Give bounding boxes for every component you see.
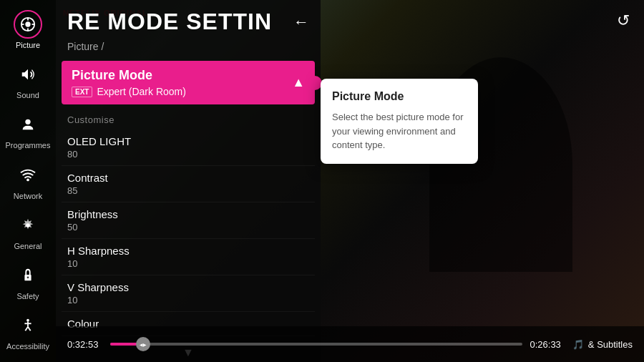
sidebar-item-safety-label: Safety [16, 292, 39, 301]
breadcrumb: Picture / [56, 39, 321, 58]
setting-value: 80 [67, 149, 309, 160]
settings-header: RE MODE SETTIN ← [56, 0, 321, 39]
setting-name: H Sharpness [67, 245, 309, 257]
end-time: 0:26:33 [530, 339, 560, 350]
picture-mode-sub-text: Expert (Dark Room) [97, 86, 185, 97]
customise-label: Customise [56, 107, 321, 129]
setting-contrast[interactable]: Contrast 85 [62, 166, 315, 202]
programmes-icon [14, 110, 42, 139]
setting-name: OLED LIGHT [67, 135, 309, 147]
setting-name: Brightness [67, 208, 309, 220]
svg-point-8 [26, 178, 29, 181]
picture-mode-content: Picture Mode EXT Expert (Dark Room) [72, 68, 186, 97]
sidebar-item-network[interactable]: Network [2, 157, 54, 205]
settings-list: OLED LIGHT 80 Contrast 85 Brightness 50 … [56, 129, 321, 343]
sidebar-item-general[interactable]: General [2, 207, 54, 255]
svg-marker-6 [22, 69, 28, 80]
sidebar-item-safety[interactable]: Safety [2, 257, 54, 305]
setting-oled-light[interactable]: OLED LIGHT 80 [62, 129, 315, 166]
top-right-back-button[interactable]: ↺ [617, 11, 630, 30]
setting-value: 85 [67, 185, 309, 196]
sidebar-item-programmes[interactable]: Programmes [2, 106, 54, 155]
safety-icon [14, 261, 42, 290]
progress-thumb[interactable] [136, 337, 150, 351]
picture-mode-sub: EXT Expert (Dark Room) [72, 86, 186, 97]
sidebar-item-accessibility[interactable]: Accessibility [2, 307, 54, 356]
setting-brightness[interactable]: Brightness 50 [62, 202, 315, 239]
sidebar-item-accessibility-label: Accessibility [6, 342, 49, 351]
back-button[interactable]: ← [293, 13, 309, 31]
settings-panel: RE MODE SETTIN ← Picture / Picture Mode … [56, 0, 321, 362]
sound-icon [14, 60, 42, 89]
audio-icon: 🎵 [572, 339, 584, 350]
page-title: RE MODE SETTIN [67, 9, 285, 35]
network-icon [14, 161, 42, 190]
setting-value: 10 [67, 295, 309, 305]
setting-h-sharpness[interactable]: H Sharpness 10 [62, 239, 315, 275]
sidebar-item-general-label: General [14, 242, 42, 251]
picture-mode-title: Picture Mode [72, 68, 186, 83]
sidebar-item-programmes-label: Programmes [6, 141, 51, 150]
sidebar-item-network-label: Network [14, 192, 42, 201]
sidebar-item-sound[interactable]: Sound [2, 56, 54, 104]
picture-icon [14, 10, 42, 39]
general-icon [14, 211, 42, 240]
tooltip-popup: Picture Mode Select the best picture mod… [321, 79, 478, 164]
tooltip-text: Select the best picture mode for your vi… [332, 110, 467, 152]
picture-mode-item[interactable]: Picture Mode EXT Expert (Dark Room) ▲ [62, 61, 315, 104]
expert-badge: EXT [72, 87, 92, 97]
setting-name: V Sharpness [67, 281, 309, 293]
setting-value: 10 [67, 258, 309, 269]
sidebar-item-picture[interactable]: Picture [2, 6, 54, 54]
tooltip-title: Picture Mode [332, 90, 467, 103]
svg-point-12 [26, 319, 29, 322]
svg-point-1 [25, 21, 30, 26]
progress-container: 0:32:53 0:26:33 [67, 339, 561, 350]
progress-bar[interactable] [110, 343, 522, 346]
setting-value: 50 [67, 222, 309, 233]
accessibility-icon [14, 311, 42, 340]
setting-name: Contrast [67, 172, 309, 184]
selection-dot [308, 76, 322, 90]
chevron-up-icon: ▲ [292, 75, 305, 90]
setting-v-sharpness[interactable]: V Sharpness 10 [62, 275, 315, 312]
audio-subtitles-button[interactable]: 🎵 & Subtitles [572, 339, 633, 350]
sidebar: Picture Sound Programmes [0, 0, 56, 362]
sidebar-item-picture-label: Picture [16, 41, 40, 50]
svg-point-7 [25, 119, 30, 124]
bottom-bar: 0:32:53 0:26:33 🎵 & Subtitles [56, 326, 644, 362]
svg-line-16 [28, 327, 31, 331]
current-time: 0:32:53 [67, 339, 103, 350]
svg-point-11 [27, 276, 29, 278]
audio-label: & Subtitles [588, 339, 633, 350]
sidebar-item-sound-label: Sound [16, 91, 39, 100]
